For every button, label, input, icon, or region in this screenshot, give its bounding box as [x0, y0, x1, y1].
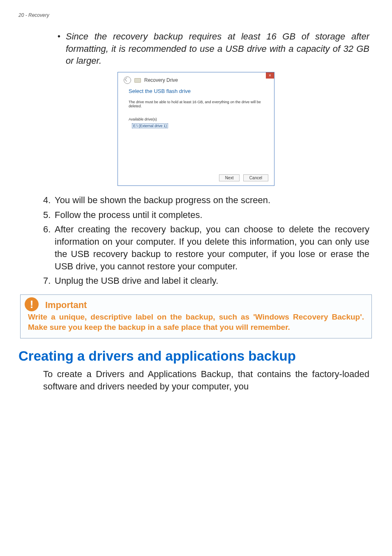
list-item: 7. Unplug the USB drive and label it cle…	[43, 275, 369, 287]
dialog-title: Recovery Drive	[144, 77, 178, 83]
step-text: Follow the process until it completes.	[55, 209, 369, 221]
back-arrow-icon	[125, 78, 129, 82]
important-callout: ! Important Write a unique, descriptive …	[20, 294, 372, 338]
step-text: After creating the recovery backup, you …	[55, 223, 369, 272]
section-heading: Creating a drivers and applications back…	[18, 348, 374, 364]
dialog-instruction: The drive must be able to hold at least …	[129, 100, 263, 108]
important-body: Write a unique, descriptive label on the…	[28, 312, 364, 332]
bullet-marker: •	[58, 30, 66, 67]
step-text: Unplug the USB drive and label it clearl…	[55, 275, 369, 287]
close-button[interactable]: ×	[266, 72, 274, 79]
bullet-item: • Since the recovery backup requires at …	[58, 30, 369, 67]
bullet-text: Since the recovery backup requires at le…	[66, 30, 369, 67]
step-number: 6.	[43, 223, 55, 272]
dialog-heading: Select the USB flash drive	[129, 88, 263, 94]
steps-list: 4. You will be shown the backup progress…	[43, 194, 369, 287]
dialog-footer: Next Cancel	[118, 170, 274, 185]
drive-icon	[134, 78, 141, 83]
list-item: 4. You will be shown the backup progress…	[43, 194, 369, 206]
recovery-drive-dialog: × Recovery Drive Select the USB flash dr…	[118, 72, 274, 186]
section-body: To create a Drivers and Applications Bac…	[43, 368, 369, 392]
dialog-body: Select the USB flash drive The drive mus…	[118, 86, 274, 170]
dialog-nav: Recovery Drive	[118, 72, 274, 86]
important-title: Important	[45, 300, 364, 310]
cancel-button[interactable]: Cancel	[243, 174, 268, 181]
list-item: 6. After creating the recovery backup, y…	[43, 223, 369, 272]
page-header: 20 - Recovery	[18, 12, 374, 18]
step-number: 7.	[43, 275, 55, 287]
page: 20 - Recovery • Since the recovery backu…	[0, 0, 392, 556]
alert-icon: !	[25, 297, 39, 311]
drive-list-item[interactable]: E:\ (External drive 1)	[132, 123, 168, 128]
back-button[interactable]	[124, 76, 131, 84]
step-number: 5.	[43, 209, 55, 221]
step-text: You will be shown the backup progress on…	[55, 194, 369, 206]
list-item: 5. Follow the process until it completes…	[43, 209, 369, 221]
step-number: 4.	[43, 194, 55, 206]
next-button[interactable]: Next	[219, 174, 240, 181]
available-drives-label: Available drive(s)	[129, 117, 263, 121]
